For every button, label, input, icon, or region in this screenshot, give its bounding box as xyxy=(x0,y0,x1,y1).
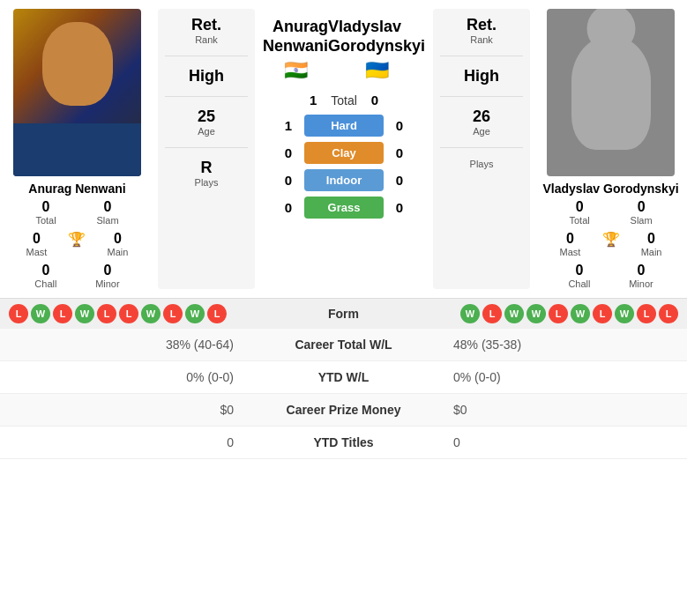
player-left-name: Anurag Nenwani xyxy=(28,182,125,196)
form-badge-w: W xyxy=(141,304,161,323)
stat-right-0: 48% (35-38) xyxy=(440,329,687,361)
form-badge-l: L xyxy=(659,304,678,323)
player-right-photo xyxy=(547,9,675,176)
indoor-button[interactable]: Indoor xyxy=(304,169,384,191)
stat-chall-right: 0 Chall xyxy=(568,263,590,289)
grass-button[interactable]: Grass xyxy=(304,197,384,219)
stat-row-total-slam: 0 Total 0 Slam xyxy=(16,199,139,226)
form-badge-w: W xyxy=(571,304,590,323)
form-badge-l: L xyxy=(549,304,568,323)
stat-chall-left: 0 Chall xyxy=(34,263,56,289)
form-badge-l: L xyxy=(207,304,227,323)
form-badges-right: WLWWLWLWLL xyxy=(460,304,678,323)
middle-section: Anurag Nenwani 🇮🇳 Vladyslav Gorodynskyi … xyxy=(258,9,429,289)
stat-row-total-slam-r: 0 Total 0 Slam xyxy=(549,199,673,226)
stat-left-0: 38% (40-64) xyxy=(0,329,247,361)
trophy-icon-left: 🏆 xyxy=(68,231,86,257)
stat-row-chall-minor-r: 0 Chall 0 Minor xyxy=(549,263,673,289)
form-badge-l: L xyxy=(482,304,502,323)
form-badge-w: W xyxy=(75,304,94,323)
stat-main-left: 0 Main xyxy=(108,231,129,257)
stat-slam-left: 0 Slam xyxy=(97,199,119,226)
stat-row-chall-minor: 0 Chall 0 Minor xyxy=(16,263,139,289)
card-age-left: 25 Age xyxy=(198,108,215,137)
form-badge-l: L xyxy=(593,304,612,323)
card-rank-right: Ret. Rank xyxy=(467,16,497,45)
form-badge-w: W xyxy=(615,304,634,323)
form-section: LWLWLLWLWL Form WLWWLWLWLL xyxy=(0,298,687,329)
stats-table: 38% (40-64)Career Total W/L48% (35-38)0%… xyxy=(0,329,687,459)
stat-minor-left: 0 Minor xyxy=(95,263,120,289)
player-left-section: Anurag Nenwani 0 Total 0 Slam 0 Mast xyxy=(0,9,154,289)
form-badge-w: W xyxy=(185,304,205,323)
grass-row: 0 Grass 0 xyxy=(263,197,425,219)
player-left-header: Anurag Nenwani 🇮🇳 xyxy=(263,18,328,85)
player-left-card: Ret. Rank High 25 Age R Plays xyxy=(158,9,255,289)
form-badge-l: L xyxy=(53,304,72,323)
form-badge-w: W xyxy=(526,304,546,323)
hard-row: 1 Hard 0 xyxy=(263,115,425,137)
player-right-name: Vladyslav Gorodynskyi xyxy=(543,182,679,196)
form-badge-l: L xyxy=(119,304,138,323)
stat-row-mast-main: 0 Mast 🏆 0 Main xyxy=(16,231,139,257)
player-right-card: Ret. Rank High 26 Age Plays xyxy=(433,9,530,289)
card-plays-left: R Plays xyxy=(195,159,219,188)
form-badge-l: L xyxy=(9,304,28,323)
stat-row-mast-main-r: 0 Mast 🏆 0 Main xyxy=(549,231,673,257)
stat-slam-right: 0 Slam xyxy=(631,199,653,226)
players-section: Anurag Nenwani 0 Total 0 Slam 0 Mast xyxy=(0,0,687,298)
stat-total-left: 0 Total xyxy=(35,199,56,226)
face-shape xyxy=(42,22,113,106)
stats-row-2: $0Career Prize Money$0 xyxy=(0,394,687,427)
stat-center-2: Career Prize Money xyxy=(247,394,440,427)
silhouette-shape xyxy=(571,35,651,150)
card-rank-left: Ret. Rank xyxy=(191,16,221,45)
card-high-right: High xyxy=(464,67,499,85)
form-badge-l: L xyxy=(163,304,183,323)
total-row: 1 Total 0 xyxy=(304,93,384,108)
player-left-photo xyxy=(13,9,141,176)
stat-mast-left: 0 Mast xyxy=(26,231,48,257)
stat-left-2: $0 xyxy=(0,394,247,427)
card-plays-right: Plays xyxy=(470,159,494,169)
clay-button[interactable]: Clay xyxy=(304,142,384,164)
card-age-right: 26 Age xyxy=(473,108,490,137)
stat-center-1: YTD W/L xyxy=(247,361,440,394)
player-right-header: Vladyslav Gorodynskyi 🇺🇦 xyxy=(328,18,425,85)
stat-right-3: 0 xyxy=(440,427,687,459)
stat-mast-right: 0 Mast xyxy=(560,231,581,257)
stat-left-3: 0 xyxy=(0,427,247,459)
stat-minor-right: 0 Minor xyxy=(629,263,653,289)
form-badge-w: W xyxy=(504,304,524,323)
clay-row: 0 Clay 0 xyxy=(263,142,425,164)
stat-total-right: 0 Total xyxy=(569,199,589,226)
player-left-stats: 0 Total 0 Slam 0 Mast 🏆 xyxy=(16,199,139,289)
player-right-section: Vladyslav Gorodynskyi 0 Total 0 Slam 0 xyxy=(534,9,687,289)
stat-right-2: $0 xyxy=(440,394,687,427)
hard-button[interactable]: Hard xyxy=(304,115,384,137)
stat-left-1: 0% (0-0) xyxy=(0,361,247,394)
stat-center-0: Career Total W/L xyxy=(247,329,440,361)
stat-right-1: 0% (0-0) xyxy=(440,361,687,394)
trophy-icon-right: 🏆 xyxy=(602,231,620,257)
form-badge-w: W xyxy=(460,304,480,323)
form-label: Form xyxy=(328,307,359,321)
form-badge-l: L xyxy=(637,304,656,323)
player-right-stats: 0 Total 0 Slam 0 Mast 🏆 xyxy=(549,199,673,289)
indoor-row: 0 Indoor 0 xyxy=(263,169,425,191)
stat-main-right: 0 Main xyxy=(641,231,662,257)
stat-center-3: YTD Titles xyxy=(247,427,440,459)
card-high-left: High xyxy=(189,67,224,85)
stats-row-0: 38% (40-64)Career Total W/L48% (35-38) xyxy=(0,329,687,361)
form-badge-w: W xyxy=(31,304,50,323)
stats-row-1: 0% (0-0)YTD W/L0% (0-0) xyxy=(0,361,687,394)
stats-row-3: 0YTD Titles0 xyxy=(0,427,687,459)
form-badge-l: L xyxy=(97,304,116,323)
main-container: Anurag Nenwani 0 Total 0 Slam 0 Mast xyxy=(0,0,687,459)
form-badges-left: LWLWLLWLWL xyxy=(9,304,227,323)
